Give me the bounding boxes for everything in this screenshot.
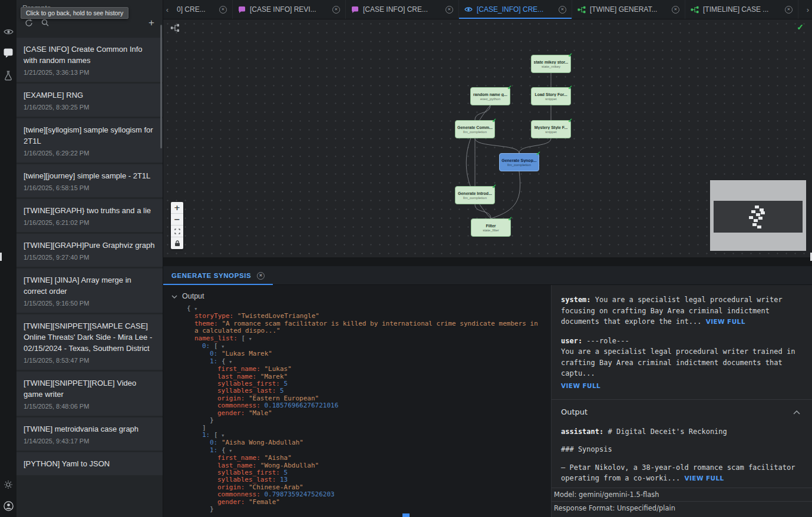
chevron-down-icon — [171, 292, 177, 300]
account-icon[interactable] — [4, 501, 14, 511]
json-line: 0: "Aisha Wong-Abdullah" — [187, 439, 544, 446]
bottom-panel: GENERATE SYNOPSIS ✕ Output { ▾storyType:… — [163, 266, 812, 517]
json-line: names_list: [ ▾ — [187, 335, 544, 343]
flow-node[interactable]: Load Story For...snippet✓ — [531, 87, 571, 105]
flow-node[interactable]: Mystery Style F...snippet✓ — [531, 120, 571, 138]
flow-node[interactable]: Filterstate_filter✓ — [471, 218, 511, 237]
view-full-link[interactable]: VIEW FULL — [561, 380, 600, 392]
tabs-scroll-left-icon[interactable]: ‹ — [163, 0, 171, 19]
close-tab-icon[interactable]: ✕ — [672, 6, 679, 14]
close-tab-icon[interactable]: ✕ — [219, 6, 227, 14]
prompt-timestamp: 1/15/2025, 9:27:40 PM — [24, 254, 156, 261]
prompt-timestamp: 1/15/2025, 8:48:06 PM — [24, 403, 156, 410]
zoom-in-button[interactable]: + — [171, 202, 183, 214]
lock-button[interactable] — [171, 237, 183, 249]
close-tab-icon[interactable]: ✕ — [559, 6, 566, 14]
flow-node[interactable]: Generate Comm...llm_completion✓ — [455, 120, 495, 138]
editor-tabbar: ‹ 0] CRE...✕[CASE INFO] REVI...✕[CASE IN… — [163, 0, 812, 19]
output-header[interactable]: Output — [163, 285, 551, 305]
prompt-title: [twine][journey] simple sample - 2T1L — [24, 170, 156, 181]
sidebar-scrollbar[interactable] — [160, 25, 162, 148]
minimap[interactable] — [710, 180, 806, 251]
view-full-link[interactable]: VIEW FULL — [685, 475, 724, 482]
flow-canvas[interactable]: state mikey stor...state_mikey✓random na… — [163, 19, 812, 257]
prompts-sidebar: Prompts + [CASE INFO] Create Common Info… — [16, 0, 163, 517]
node-type: state_mikey — [542, 65, 560, 68]
close-tab-icon[interactable]: ✕ — [445, 6, 453, 14]
editor-tab[interactable]: [TWINE] GENERAT...✕ — [572, 0, 685, 19]
tab-label: 0] CRE... — [177, 5, 215, 14]
json-line: theme: "A romance scam facilitator is ki… — [187, 320, 544, 335]
output-label: Output — [182, 292, 204, 300]
panel-resize-divider[interactable] — [163, 257, 812, 266]
tabs-scroll-right-icon[interactable]: › — [804, 0, 812, 19]
flow-node[interactable]: random name g...exec_python✓ — [470, 87, 510, 105]
prompts-icon[interactable] — [4, 48, 13, 58]
prompt-list-item[interactable]: [EXAMPLE] RNG1/16/2025, 8:30:25 PM — [16, 84, 163, 117]
flow-node[interactable]: Generate Synop...llm_completion✓ — [499, 153, 539, 171]
node-label: Load Story For... — [534, 92, 567, 97]
json-line: 1: [ ▾ — [187, 432, 544, 439]
json-line: gender: "Female" — [187, 499, 544, 506]
prompt-timestamp: 1/14/2025, 9:43:17 PM — [24, 438, 156, 445]
flow-node[interactable]: state mikey stor...state_mikey✓ — [531, 55, 571, 73]
assistant-message: assistant: # Digital Deceit's Reckoning … — [561, 426, 800, 484]
prompt-list-item[interactable]: [TWINE][SNIPPET][SAMPLE CASE] Online Thr… — [16, 314, 163, 370]
view-full-link[interactable]: VIEW FULL — [706, 318, 745, 325]
prompt-list-item[interactable]: [TWINE] [JINJA] Array merge in correct o… — [16, 269, 163, 313]
search-icon[interactable] — [41, 19, 49, 26]
node-success-check-icon: ✓ — [492, 183, 497, 190]
bottom-tab-label: GENERATE SYNOPSIS — [171, 272, 251, 279]
editor-tab[interactable]: 0] CRE...✕ — [171, 0, 233, 19]
app-window: Prompts + [CASE INFO] Create Common Info… — [0, 0, 812, 517]
prompt-list-item[interactable]: [PYTHON] Yaml to JSON — [16, 452, 163, 475]
assistant-label: assistant: — [561, 427, 603, 436]
prompt-timestamp: 1/16/2025, 6:58:15 PM — [24, 184, 156, 191]
refresh-icon[interactable] — [25, 19, 33, 27]
messages-pane: system: You are a specialist legal proce… — [551, 285, 812, 517]
close-tab-icon[interactable]: ✕ — [785, 6, 793, 14]
node-type: exec_python — [480, 97, 500, 101]
divider-handle-left[interactable] — [0, 253, 2, 261]
layout-icon[interactable] — [170, 24, 180, 35]
close-icon[interactable]: ✕ — [257, 272, 265, 280]
json-line: ] — [187, 425, 544, 432]
prompt-list-item[interactable]: [TWINE][SNIPPET][ROLE] Video game writer… — [16, 372, 163, 416]
close-tab-icon[interactable]: ✕ — [332, 6, 340, 14]
assistant-synopsis-heading: ### Synopsis — [561, 444, 800, 455]
settings-gear-icon[interactable] — [4, 480, 13, 489]
tab-generate-synopsis[interactable]: GENERATE SYNOPSIS ✕ — [163, 266, 273, 285]
scrollbar-thumb[interactable] — [402, 513, 410, 517]
fit-view-button[interactable] — [171, 226, 183, 237]
prompt-list-item[interactable]: [TWINE][GRAPH} two truths and a lie1/16/… — [16, 199, 163, 232]
chevron-up-icon[interactable] — [793, 407, 800, 418]
eye-icon — [464, 6, 473, 12]
prompt-list-item[interactable]: [twine][journey] simple sample - 2T1L1/1… — [16, 164, 163, 197]
prompt-title: [TWINE][GRAPH} two truths and a lie — [24, 205, 156, 216]
flask-icon[interactable] — [4, 71, 12, 81]
prompt-list-item[interactable]: [CASE INFO] Create Common Info with rand… — [16, 38, 163, 82]
node-type: llm_completion — [507, 163, 531, 167]
eye-icon[interactable] — [4, 28, 14, 35]
editor-tab[interactable]: [CASE_INFO] CRE...✕ — [459, 0, 572, 19]
prompt-list-item[interactable]: [TWINE][GRAPH]Pure Graphviz graph1/15/20… — [16, 234, 163, 267]
json-line: 0: [ ▾ — [187, 343, 544, 350]
zoom-out-button[interactable]: − — [171, 214, 183, 226]
node-type: llm_completion — [463, 196, 487, 200]
model-footer: Model: gemini/gemini-1.5-flash Response … — [552, 488, 812, 515]
add-prompt-button[interactable]: + — [148, 18, 154, 28]
minimap-viewport — [714, 201, 803, 233]
node-type: state_filter — [483, 228, 499, 232]
editor-tab[interactable]: [CASE INFO] CRE...✕ — [346, 0, 459, 19]
user-label: user: — [561, 337, 582, 345]
json-tree[interactable]: { ▾storyType: "TwistedLoveTriangle"theme… — [163, 305, 551, 517]
node-type: llm_completion — [463, 130, 487, 134]
history-tooltip: Click to go back, hold to see history — [21, 7, 128, 19]
flow-node[interactable]: Generate Introd...llm_completion✓ — [455, 186, 495, 204]
editor-tab[interactable]: [CASE INFO] REVI...✕ — [233, 0, 346, 19]
editor-tab[interactable]: [TIMELINE] CASE ...✕ — [685, 0, 798, 19]
prompt-list-item[interactable]: [TWINE] metroidvania case graph1/14/2025… — [16, 417, 163, 450]
prompt-list-item[interactable]: [twine][syllogism] sample syllogism for … — [16, 118, 163, 163]
prompt-timestamp: 1/15/2025, 8:53:47 PM — [24, 357, 156, 364]
right-output-section: Output assistant: # Digital Deceit's Rec… — [552, 399, 812, 484]
